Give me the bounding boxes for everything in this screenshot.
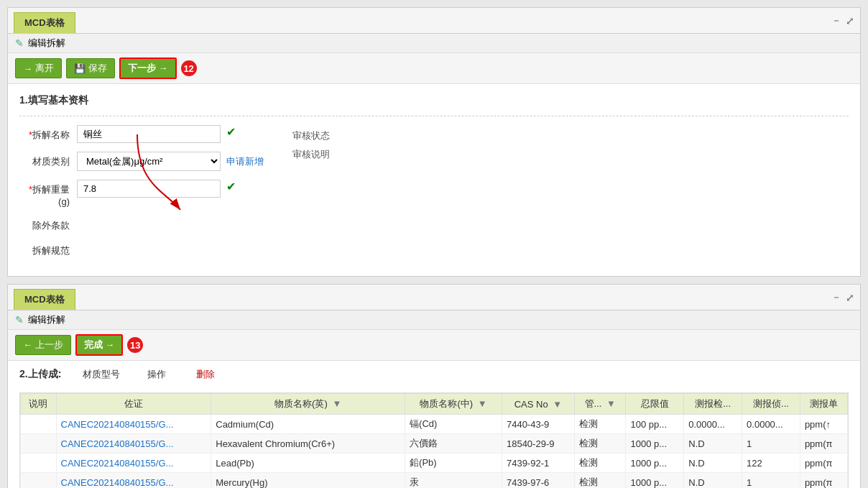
- weight-input[interactable]: [77, 180, 221, 198]
- table-cell: 100 pp...: [626, 415, 684, 434]
- col-detect2: 测报侦...: [742, 394, 800, 415]
- condition-row: 除外条款: [19, 216, 849, 232]
- filter-name-cn[interactable]: ▼: [478, 398, 487, 409]
- table-cell: [21, 473, 57, 489]
- form-section: *拆解名称 ✔ 材质类别 Metal(金属)μg/cm² Plastic(塑料)…: [19, 125, 849, 216]
- prev-step-button[interactable]: ← 上一步: [15, 335, 71, 355]
- leave-label: 离开: [35, 62, 54, 75]
- weight-checkmark: ✔: [226, 180, 236, 193]
- step-badge-13: 13: [127, 337, 143, 353]
- table-cell: Cadmium(Cd): [211, 415, 405, 434]
- table-body: CANEC202140840155/G...Cadmium(Cd)镉(Cd)74…: [21, 415, 848, 489]
- outer-edit-bar: ✎ 编辑拆解: [8, 34, 860, 53]
- leave-button[interactable]: → 离开: [15, 58, 62, 78]
- filter-name-en[interactable]: ▼: [332, 398, 341, 409]
- col-name-cn: 物质名称(中) ▼: [405, 394, 502, 415]
- inner-edit-label: 编辑拆解: [28, 313, 65, 326]
- save-icon: 💾: [74, 63, 86, 74]
- material-select[interactable]: Metal(金属)μg/cm² Plastic(塑料) Other(其他): [77, 152, 221, 171]
- col-control: 管... ▼: [574, 394, 626, 415]
- operation-label: 操作: [147, 368, 190, 381]
- material-type-row: 材质型号: [83, 368, 126, 381]
- table-cell: 7439-92-1: [502, 454, 574, 473]
- table-cell: Mercury(Hg): [211, 473, 405, 489]
- rule-row: 拆解规范: [19, 241, 849, 257]
- save-button[interactable]: 💾 保存: [66, 58, 115, 78]
- substance-table-container: 说明 佐证 物质名称(英) ▼ 物质名称(中) ▼ CAS No ▼ 管... …: [19, 392, 849, 488]
- inner-tab[interactable]: MCD表格: [14, 289, 75, 310]
- table-cell: Lead(Pb): [211, 454, 405, 473]
- table-row[interactable]: CANEC202140840155/G...Lead(Pb)鉛(Pb)7439-…: [21, 454, 848, 473]
- table-cell: 检测: [574, 434, 626, 454]
- table-cell: 1000 p...: [626, 454, 684, 473]
- inner-edit-bar: ✎ 编辑拆解: [8, 310, 860, 330]
- inner-edit-icon: ✎: [15, 314, 24, 326]
- material-label: 材质类别: [19, 152, 77, 168]
- table-cell: 7439-97-6: [502, 473, 574, 489]
- inner-tab-bar: MCD表格 － ⤢: [8, 285, 860, 310]
- col-limit: 忍限值: [626, 394, 684, 415]
- inner-toolbar: ← 上一步 完成 → 13: [8, 330, 860, 361]
- name-checkmark: ✔: [226, 125, 236, 139]
- material-type-label: 材质型号: [83, 368, 126, 381]
- weight-label: *拆解重量(g): [19, 180, 77, 207]
- col-name-en: 物质名称(英) ▼: [211, 394, 405, 415]
- inner-window: MCD表格 － ⤢ ✎ 编辑拆解 ← 上一步 完成 → 13 2.上传成: 材质…: [7, 284, 861, 488]
- table-cell: ppm(π: [800, 434, 847, 454]
- inner-expand-btn[interactable]: ⤢: [846, 291, 854, 304]
- col-unit: 测报单: [800, 394, 847, 415]
- outer-edit-icon: ✎: [15, 37, 24, 49]
- review-status-row: 审核状态: [292, 129, 330, 142]
- review-remark-row: 审核说明: [292, 148, 330, 161]
- table-cell: 检测: [574, 415, 626, 434]
- table-cell: CANEC202140840155/G...: [56, 454, 211, 473]
- table-cell: 汞: [405, 473, 502, 489]
- form-right: 审核状态 审核说明: [292, 125, 330, 216]
- table-row[interactable]: CANEC202140840155/G...Mercury(Hg)汞7439-9…: [21, 473, 848, 489]
- table-cell: Hexavalent Chromium(Cr6+): [211, 434, 405, 454]
- evidence-link[interactable]: CANEC202140840155/G...: [61, 438, 174, 449]
- done-button[interactable]: 完成 →: [75, 334, 124, 356]
- evidence-link[interactable]: CANEC202140840155/G...: [61, 458, 174, 469]
- table-cell: CANEC202140840155/G...: [56, 434, 211, 454]
- table-cell: 18540-29-9: [502, 434, 574, 454]
- table-row[interactable]: CANEC202140840155/G...Cadmium(Cd)镉(Cd)74…: [21, 415, 848, 434]
- outer-expand-btn[interactable]: ⤢: [846, 14, 854, 27]
- next-step-button[interactable]: 下一步 →: [119, 57, 177, 79]
- outer-minimize-btn[interactable]: －: [831, 14, 841, 27]
- material-row: 材质类别 Metal(金属)μg/cm² Plastic(塑料) Other(其…: [19, 152, 264, 171]
- table-header-row: 说明 佐证 物质名称(英) ▼ 物质名称(中) ▼ CAS No ▼ 管... …: [21, 394, 848, 415]
- name-input[interactable]: [77, 125, 221, 143]
- step-badge-12: 12: [181, 60, 197, 76]
- table-cell: ppm(↑: [800, 415, 847, 434]
- table-cell: N.D: [684, 473, 742, 489]
- table-cell: [21, 415, 57, 434]
- table-cell: CANEC202140840155/G...: [56, 415, 211, 434]
- filter-cas-no[interactable]: ▼: [553, 399, 562, 410]
- evidence-link[interactable]: CANEC202140840155/G...: [61, 477, 174, 488]
- outer-toolbar: → 离开 💾 保存 下一步 → 12: [8, 53, 860, 84]
- col-detect1: 测报检...: [684, 394, 742, 415]
- table-cell: 0.0000...: [742, 415, 800, 434]
- apply-new-link[interactable]: 申请新增: [226, 155, 264, 168]
- save-label: 保存: [88, 62, 107, 75]
- outer-tab[interactable]: MCD表格: [14, 12, 75, 33]
- table-cell: ppm(π: [800, 454, 847, 473]
- outer-tab-controls: － ⤢: [831, 10, 854, 32]
- substance-table: 说明 佐证 物质名称(英) ▼ 物质名称(中) ▼ CAS No ▼ 管... …: [20, 393, 848, 488]
- material-select-wrap: Metal(金属)μg/cm² Plastic(塑料) Other(其他) 申请…: [77, 152, 264, 171]
- outer-edit-label: 编辑拆解: [28, 37, 65, 50]
- table-cell: 122: [742, 454, 800, 473]
- col-desc: 说明: [21, 394, 57, 415]
- name-label: *拆解名称: [19, 125, 77, 142]
- outer-window: MCD表格 － ⤢ ✎ 编辑拆解 → 离开 💾 保存 下一步 → 12 1.填写…: [7, 7, 861, 277]
- delete-label[interactable]: 删除: [196, 368, 215, 381]
- evidence-link[interactable]: CANEC202140840155/G...: [61, 419, 174, 430]
- table-row[interactable]: CANEC202140840155/G...Hexavalent Chromiu…: [21, 434, 848, 454]
- table-cell: N.D: [684, 454, 742, 473]
- table-cell: CANEC202140840155/G...: [56, 473, 211, 489]
- condition-label: 除外条款: [19, 216, 77, 232]
- name-row: *拆解名称 ✔: [19, 125, 264, 143]
- inner-minimize-btn[interactable]: －: [831, 291, 841, 304]
- filter-control[interactable]: ▼: [606, 398, 616, 409]
